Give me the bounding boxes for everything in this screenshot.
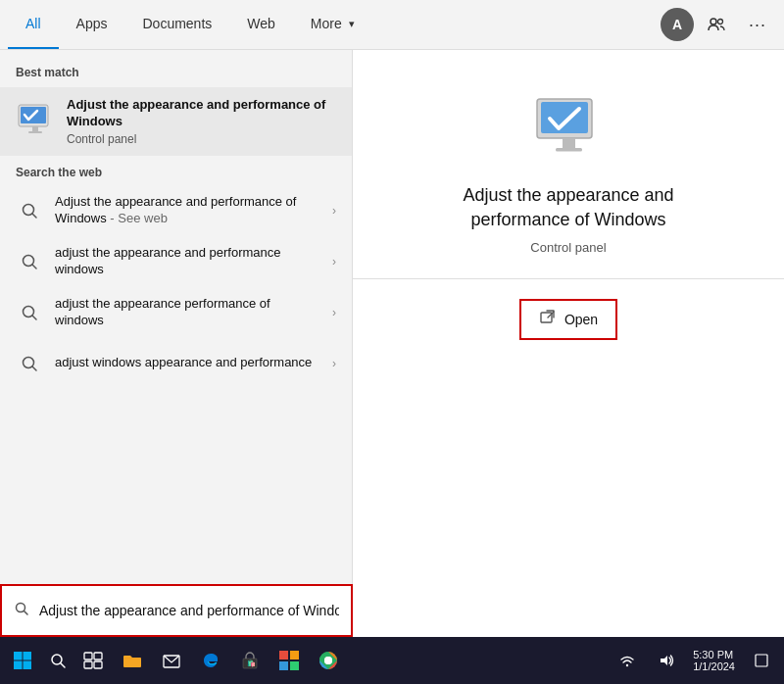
svg-rect-4 <box>32 126 38 131</box>
chevron-right-icon: › <box>332 255 336 269</box>
result-text: adjust the appearance and performance wi… <box>55 245 320 278</box>
svg-rect-18 <box>541 313 552 322</box>
svg-text:🛍️: 🛍️ <box>247 659 256 667</box>
search-box-icon <box>14 601 29 620</box>
system-tray: 5:30 PM 1/1/2024 <box>609 642 780 679</box>
nav-icons: A ··· <box>661 6 776 43</box>
svg-point-41 <box>324 657 332 664</box>
tab-all[interactable]: All <box>8 0 59 49</box>
search-icon <box>16 350 43 377</box>
result-title: adjust the appearance performance of win… <box>55 296 320 329</box>
monitor-large-icon <box>532 97 606 161</box>
clock[interactable]: 5:30 PM 1/1/2024 <box>687 649 741 672</box>
tab-web[interactable]: Web <box>229 0 293 49</box>
svg-point-0 <box>710 19 716 24</box>
notifications-button[interactable] <box>743 642 780 679</box>
result-text: adjust the appearance performance of win… <box>55 296 320 329</box>
svg-rect-31 <box>94 661 102 668</box>
more-dots-icon: ··· <box>749 15 766 35</box>
svg-rect-29 <box>94 653 102 660</box>
best-match-item[interactable]: Adjust the appearance and performance of… <box>0 87 352 156</box>
svg-line-21 <box>24 611 28 615</box>
svg-rect-35 <box>279 651 288 660</box>
best-match-title: Adjust the appearance and performance of… <box>67 97 336 130</box>
more-options-button[interactable]: ··· <box>739 6 776 43</box>
store-icon: 🛍️ <box>240 651 260 670</box>
chevron-right-icon: › <box>332 204 336 218</box>
svg-line-11 <box>32 316 36 319</box>
svg-rect-15 <box>541 102 588 133</box>
file-explorer-icon <box>122 651 143 670</box>
svg-rect-23 <box>24 652 32 660</box>
mail-icon <box>162 651 181 670</box>
divider <box>353 278 784 279</box>
svg-marker-43 <box>661 656 667 665</box>
people-icon <box>708 16 725 33</box>
photos-icon <box>318 650 339 671</box>
windows-logo-icon <box>13 651 32 670</box>
best-match-label: Best match <box>0 62 352 87</box>
tab-apps[interactable]: Apps <box>59 0 125 49</box>
open-label: Open <box>564 312 598 327</box>
file-explorer-button[interactable] <box>114 642 151 679</box>
search-box-area <box>0 584 353 637</box>
result-text: Adjust the appearance and performance of… <box>55 194 320 227</box>
open-button[interactable]: Open <box>519 299 617 340</box>
chevron-down-icon: ▾ <box>349 18 355 30</box>
app1-button[interactable] <box>270 642 308 679</box>
right-panel: Adjust the appearance and performance of… <box>353 50 784 637</box>
task-view-icon <box>83 652 103 669</box>
taskbar-search-icon <box>49 652 67 669</box>
svg-line-9 <box>32 265 36 269</box>
result-item[interactable]: Adjust the appearance and performance of… <box>0 185 352 236</box>
avatar-button[interactable]: A <box>661 8 694 41</box>
svg-line-7 <box>32 214 36 218</box>
result-title: adjust the appearance and performance wi… <box>55 245 320 278</box>
taskbar-search-button[interactable] <box>43 642 73 679</box>
app-title-large: Adjust the appearance and performance of… <box>412 183 725 232</box>
tab-documents[interactable]: Documents <box>124 0 229 49</box>
result-item[interactable]: adjust windows appearance and performanc… <box>0 338 352 389</box>
photos-button[interactable] <box>310 642 347 679</box>
svg-point-1 <box>718 20 723 24</box>
result-item[interactable]: adjust the appearance performance of win… <box>0 287 352 338</box>
search-icon <box>16 248 43 275</box>
svg-rect-37 <box>279 661 288 670</box>
svg-rect-22 <box>14 652 23 660</box>
svg-line-27 <box>61 663 65 667</box>
app-subtitle-large: Control panel <box>530 240 606 255</box>
task-view-button[interactable] <box>74 642 112 679</box>
tab-more[interactable]: More ▾ <box>293 0 372 49</box>
result-item[interactable]: adjust the appearance and performance wi… <box>0 236 352 287</box>
search-input[interactable] <box>39 603 339 618</box>
app-icon-large <box>529 89 608 168</box>
svg-rect-36 <box>290 651 299 660</box>
best-match-subtitle: Control panel <box>67 132 336 146</box>
svg-rect-44 <box>756 655 767 666</box>
edge-button[interactable] <box>192 642 229 679</box>
volume-icon[interactable] <box>648 642 685 679</box>
result-text: adjust windows appearance and performanc… <box>55 355 320 371</box>
wifi-icon[interactable] <box>609 642 646 679</box>
svg-rect-5 <box>28 131 42 133</box>
store-button[interactable]: 🛍️ <box>231 642 269 679</box>
web-search-label: Search the web <box>0 156 352 185</box>
tiles-icon <box>278 650 300 671</box>
chevron-right-icon: › <box>332 357 336 370</box>
main-content: Best match Adjust the appearance and per… <box>0 50 784 637</box>
mail-button[interactable] <box>153 642 190 679</box>
best-match-icon <box>16 102 55 141</box>
svg-rect-38 <box>290 661 299 670</box>
result-title: Adjust the appearance and performance of… <box>55 194 320 227</box>
svg-line-13 <box>32 366 36 370</box>
svg-rect-30 <box>84 661 92 668</box>
best-match-text: Adjust the appearance and performance of… <box>67 97 336 146</box>
open-icon <box>539 309 557 330</box>
svg-rect-24 <box>14 661 23 670</box>
windows-start-button[interactable] <box>4 642 41 679</box>
search-icon <box>16 197 43 224</box>
people-icon-button[interactable] <box>698 6 735 43</box>
top-nav: All Apps Documents Web More ▾ A ··· <box>0 0 784 50</box>
left-panel: Best match Adjust the appearance and per… <box>0 50 353 637</box>
chevron-right-icon: › <box>332 306 336 319</box>
